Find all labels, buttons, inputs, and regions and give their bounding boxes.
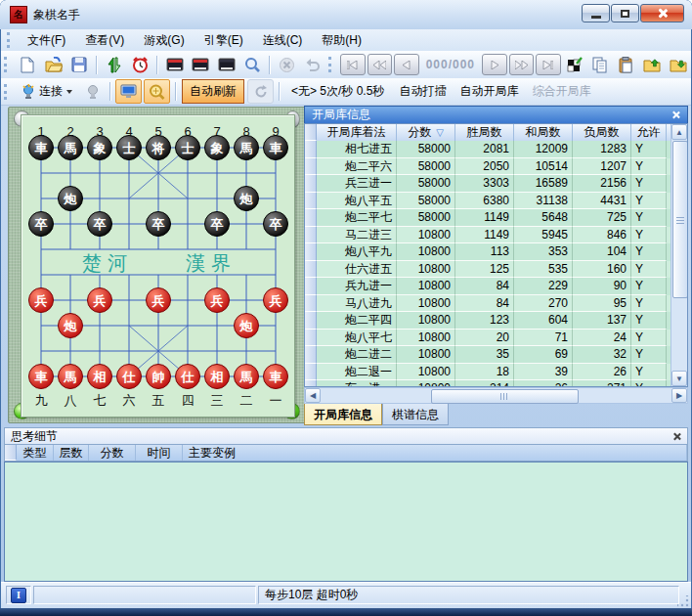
first-move-button[interactable]	[340, 54, 366, 75]
row-stub[interactable]	[305, 227, 317, 244]
save-button[interactable]	[67, 54, 91, 76]
board-piece-black[interactable]: 卒	[147, 212, 171, 237]
search-position-button[interactable]	[240, 54, 264, 76]
table-row[interactable]: 炮二平四10800123604137Y	[305, 312, 671, 330]
resize-grip[interactable]	[677, 595, 689, 607]
table-row[interactable]: 炮八平九10800113353104Y	[305, 243, 671, 261]
table-row[interactable]: 仕六进五10800125535160Y	[305, 261, 671, 279]
board-piece-black[interactable]: 士	[176, 136, 200, 160]
row-stub[interactable]	[305, 209, 317, 227]
scroll-right-button[interactable]: ▶	[671, 388, 687, 403]
table-row[interactable]: 炮八平七10800207124Y	[305, 330, 671, 347]
auto-opening-library-button[interactable]: 自动开局库	[453, 79, 525, 104]
board-piece-black[interactable]: 象	[205, 136, 230, 160]
board-piece-red[interactable]: 兵	[147, 288, 171, 313]
disconnect-button[interactable]	[80, 80, 105, 103]
row-stub[interactable]	[305, 346, 317, 364]
row-stub[interactable]	[305, 330, 317, 347]
prev-move-button[interactable]	[394, 54, 419, 75]
table-row[interactable]: 兵三进一580003303165892156Y	[305, 175, 671, 193]
column-header[interactable]: 负局数	[573, 124, 631, 141]
menu-item[interactable]: 帮助(H)	[312, 29, 371, 52]
table-row[interactable]: 马八进九108008427095Y	[305, 295, 671, 313]
row-stub[interactable]	[305, 175, 317, 193]
column-header[interactable]: 开局库着法	[317, 124, 397, 141]
toolbar-gripper[interactable]	[4, 57, 10, 72]
row-stub[interactable]	[305, 193, 317, 210]
board-window-3-button[interactable]	[214, 54, 238, 76]
column-header[interactable]: 和局数	[514, 124, 573, 141]
thinking-panel-close-icon[interactable]	[672, 432, 681, 441]
board-piece-black[interactable]: 将	[147, 136, 171, 160]
tab-game-record[interactable]: 棋谱信息	[382, 404, 449, 425]
board-piece-black[interactable]: 車	[264, 136, 288, 160]
board-piece-red[interactable]: 兵	[88, 288, 112, 313]
board-piece-red[interactable]: 兵	[29, 288, 54, 313]
fast-back-button[interactable]	[368, 54, 393, 75]
table-row[interactable]: 炮二平六580002050105141207Y	[305, 158, 671, 176]
maximize-button[interactable]	[611, 4, 639, 22]
vertical-scroll-thumb[interactable]	[672, 141, 688, 298]
table-row[interactable]: 炮二进二10800356932Y	[305, 346, 671, 364]
row-stub[interactable]	[305, 380, 317, 386]
close-button[interactable]	[640, 4, 684, 22]
engine-clock-button[interactable]	[128, 54, 151, 76]
board-piece-black[interactable]: 車	[29, 136, 54, 160]
table-row[interactable]: 马二进三1080011495945846Y	[305, 227, 671, 244]
chess-board[interactable]: 123456789九八七六五四三二一楚河漢界車馬象士将士象馬車炮炮卒卒卒卒卒兵兵…	[21, 114, 295, 418]
toolbar-gripper-2[interactable]	[328, 57, 334, 72]
think-column-header[interactable]: 类型	[17, 445, 54, 461]
row-stub[interactable]	[305, 312, 317, 330]
think-column-header[interactable]: 分数	[89, 445, 136, 461]
opening-panel-close-icon[interactable]	[671, 110, 680, 119]
table-row[interactable]: 炮二退一10800183926Y	[305, 364, 671, 381]
board-piece-red[interactable]: 炮	[59, 314, 83, 338]
board-piece-red[interactable]: 仕	[117, 365, 142, 389]
table-row[interactable]: 兵九进一108008422990Y	[305, 278, 671, 295]
menu-item[interactable]: 游戏(G)	[134, 29, 194, 52]
board-piece-black[interactable]: 卒	[29, 212, 54, 237]
column-header[interactable]: 胜局数	[455, 124, 514, 141]
board-piece-red[interactable]: 炮	[235, 314, 259, 338]
undo-button[interactable]	[301, 54, 324, 76]
think-column-header[interactable]: 层数	[54, 445, 89, 461]
next-move-button[interactable]	[482, 54, 507, 75]
vertical-scrollbar[interactable]: ▲ ▼	[670, 124, 687, 386]
board-piece-red[interactable]: 車	[29, 365, 54, 389]
paste-button[interactable]	[615, 54, 638, 76]
row-stub[interactable]	[305, 261, 317, 279]
table-row[interactable]: 炮二平七5800011495648725Y	[305, 209, 671, 227]
board-piece-black[interactable]: 象	[88, 136, 112, 160]
toolbar-gripper-3[interactable]	[4, 84, 10, 100]
board-window-1-button[interactable]	[162, 54, 186, 76]
horizontal-scrollbar[interactable]: ◀ ▶	[304, 387, 688, 404]
refresh-button[interactable]	[247, 79, 274, 104]
board-piece-black[interactable]: 卒	[88, 212, 112, 237]
copy-button[interactable]	[588, 54, 612, 76]
monitor-view-button[interactable]	[115, 79, 142, 104]
board-piece-black[interactable]: 炮	[235, 187, 259, 211]
board-piece-red[interactable]: 兵	[264, 288, 288, 313]
board-piece-black[interactable]: 士	[117, 136, 142, 160]
menu-item[interactable]: 查看(V)	[75, 29, 134, 52]
fast-forward-button[interactable]	[509, 54, 535, 75]
column-header[interactable]: 分数▽	[397, 124, 455, 141]
import-library-button[interactable]	[640, 54, 664, 76]
board-piece-red[interactable]: 車	[264, 365, 288, 389]
board-piece-red[interactable]: 馬	[59, 365, 83, 389]
table-row[interactable]: 相七进五580002081120091283Y	[305, 141, 671, 158]
menu-item[interactable]: 连线(C)	[253, 29, 313, 52]
board-piece-red[interactable]: 馬	[235, 365, 259, 389]
auto-refresh-button[interactable]: 自动刷新	[182, 79, 244, 104]
board-piece-black[interactable]: 馬	[235, 136, 259, 160]
board-search-button[interactable]	[144, 79, 170, 104]
row-stub[interactable]	[305, 295, 317, 313]
board-piece-red[interactable]: 帥	[147, 365, 171, 389]
scroll-left-button[interactable]: ◀	[305, 388, 321, 403]
cancel-button[interactable]	[275, 54, 298, 76]
board-piece-red[interactable]: 相	[205, 365, 230, 389]
auto-play-button[interactable]: 自动打擂	[392, 79, 453, 104]
board-piece-red[interactable]: 仕	[176, 365, 200, 389]
swap-sides-button[interactable]	[102, 54, 125, 76]
board-piece-red[interactable]: 相	[88, 365, 112, 389]
